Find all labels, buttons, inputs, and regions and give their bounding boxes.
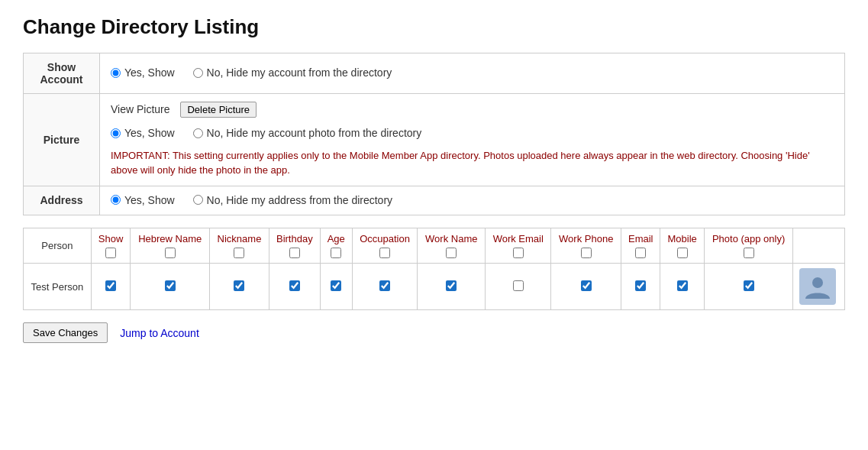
view-picture-link[interactable]: View Picture	[111, 103, 170, 115]
col-header-occupation: Occupation	[352, 228, 418, 264]
header-hebrew-name-checkbox[interactable]	[165, 248, 176, 258]
col-header-age: Age	[320, 228, 352, 264]
picture-content: View Picture Delete Picture Yes, Show No…	[100, 94, 845, 186]
address-content: Yes, Show No, Hide my address from the d…	[100, 186, 845, 215]
checkbox-work_name-0[interactable]	[446, 280, 457, 291]
cell-work_name	[418, 264, 486, 310]
picture-no-label[interactable]: No, Hide my account photo from the direc…	[193, 127, 422, 139]
address-no-label[interactable]: No, Hide my address from the directory	[193, 194, 393, 206]
header-photo-checkbox[interactable]	[744, 248, 754, 258]
address-yes-radio[interactable]	[111, 195, 121, 205]
avatar-cell	[793, 264, 845, 310]
show-account-no-radio[interactable]	[193, 68, 203, 78]
show-account-row: Show Account Yes, Show No, Hide my accou…	[24, 53, 845, 94]
checkbox-work_phone-0[interactable]	[581, 280, 592, 291]
checkbox-photo-0[interactable]	[744, 280, 754, 291]
col-header-person: Person	[24, 228, 92, 264]
avatar	[799, 268, 836, 305]
col-header-show: Show	[91, 228, 130, 264]
person-name: Test Person	[24, 264, 92, 310]
col-header-hebrew-name: Hebrew Name	[131, 228, 210, 264]
picture-no-radio[interactable]	[193, 128, 203, 138]
show-account-yes-label[interactable]: Yes, Show	[111, 66, 175, 79]
col-header-work-phone: Work Phone	[551, 228, 621, 264]
cell-email	[621, 264, 660, 310]
header-nickname-checkbox[interactable]	[234, 248, 244, 258]
address-yes-label[interactable]: Yes, Show	[111, 194, 175, 206]
cell-show	[91, 264, 130, 310]
footer-actions: Save Changes Jump to Account	[23, 322, 845, 343]
header-work-name-checkbox[interactable]	[446, 248, 457, 258]
cell-nickname	[210, 264, 269, 310]
checkbox-show-0[interactable]	[105, 280, 116, 291]
header-birthday-checkbox[interactable]	[289, 248, 300, 258]
picture-yes-label[interactable]: Yes, Show	[111, 127, 175, 139]
table-row: Test Person	[24, 264, 845, 310]
main-settings-table: Show Account Yes, Show No, Hide my accou…	[23, 53, 845, 215]
col-header-mobile: Mobile	[660, 228, 704, 264]
address-row: Address Yes, Show No, Hide my address fr…	[24, 186, 845, 215]
checkbox-hebrew_name-0[interactable]	[165, 280, 176, 291]
col-header-photo: Photo (app only)	[704, 228, 793, 264]
checkbox-work_email-0[interactable]	[513, 280, 524, 291]
checkbox-nickname-0[interactable]	[234, 280, 244, 291]
persons-header-row: Person Show Hebrew Name Nickname	[24, 228, 845, 264]
show-account-content: Yes, Show No, Hide my account from the d…	[100, 53, 845, 94]
address-label: Address	[24, 186, 100, 215]
checkbox-birthday-0[interactable]	[289, 280, 300, 291]
picture-important-text: IMPORTANT: This setting currently applie…	[111, 148, 834, 178]
header-age-checkbox[interactable]	[331, 248, 341, 258]
show-account-yes-text: Yes, Show	[124, 66, 175, 79]
header-occupation-checkbox[interactable]	[379, 248, 390, 258]
checkbox-mobile-0[interactable]	[677, 280, 688, 291]
cell-birthday	[269, 264, 320, 310]
col-header-work-email: Work Email	[486, 228, 551, 264]
col-header-birthday: Birthday	[269, 228, 320, 264]
col-header-nickname: Nickname	[210, 228, 269, 264]
cell-occupation	[352, 264, 418, 310]
show-account-yes-radio[interactable]	[111, 68, 121, 78]
header-mobile-checkbox[interactable]	[677, 248, 688, 258]
picture-yes-text: Yes, Show	[124, 127, 175, 139]
checkbox-email-0[interactable]	[635, 280, 646, 291]
cell-hebrew_name	[131, 264, 210, 310]
cell-work_phone	[551, 264, 621, 310]
checkbox-occupation-0[interactable]	[379, 280, 390, 291]
cell-work_email	[486, 264, 551, 310]
picture-radio-group: Yes, Show No, Hide my account photo from…	[111, 127, 834, 141]
header-show-checkbox[interactable]	[105, 248, 116, 258]
col-header-email: Email	[621, 228, 660, 264]
picture-yes-radio[interactable]	[111, 128, 121, 138]
header-work-phone-checkbox[interactable]	[581, 248, 592, 258]
picture-actions: View Picture Delete Picture	[111, 102, 834, 118]
person-icon	[804, 273, 831, 300]
show-account-no-text: No, Hide my account from the directory	[207, 66, 392, 79]
picture-label: Picture	[24, 94, 100, 186]
address-no-radio[interactable]	[193, 195, 203, 205]
col-header-work-name: Work Name	[418, 228, 486, 264]
picture-no-text: No, Hide my account photo from the direc…	[207, 127, 422, 139]
header-work-email-checkbox[interactable]	[513, 248, 524, 258]
show-account-no-label[interactable]: No, Hide my account from the directory	[193, 66, 392, 79]
persons-table: Person Show Hebrew Name Nickname	[23, 228, 845, 310]
delete-picture-button[interactable]: Delete Picture	[180, 102, 257, 118]
picture-row: Picture View Picture Delete Picture Yes,…	[24, 94, 845, 186]
save-changes-button[interactable]: Save Changes	[23, 322, 108, 343]
address-yes-text: Yes, Show	[124, 194, 175, 206]
cell-age	[320, 264, 352, 310]
cell-mobile	[660, 264, 704, 310]
svg-point-0	[812, 277, 823, 288]
address-no-text: No, Hide my address from the directory	[207, 194, 393, 206]
page-title: Change Directory Listing	[23, 15, 845, 39]
jump-to-account-link[interactable]: Jump to Account	[120, 327, 199, 339]
checkbox-age-0[interactable]	[331, 280, 341, 291]
show-account-label: Show Account	[24, 53, 100, 94]
cell-photo	[704, 264, 793, 310]
header-email-checkbox[interactable]	[635, 248, 646, 258]
